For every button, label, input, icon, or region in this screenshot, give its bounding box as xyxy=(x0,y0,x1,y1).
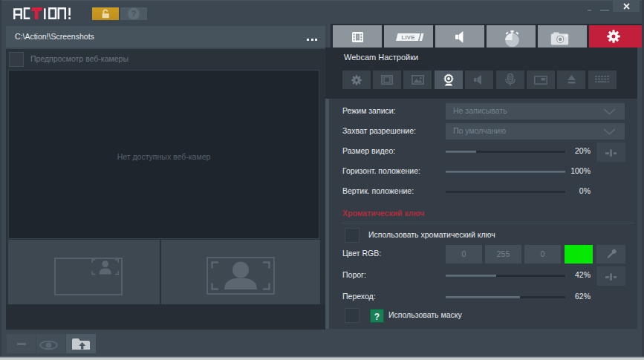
svg-text:LIVE: LIVE xyxy=(402,34,415,41)
svg-text:?: ? xyxy=(131,9,137,18)
